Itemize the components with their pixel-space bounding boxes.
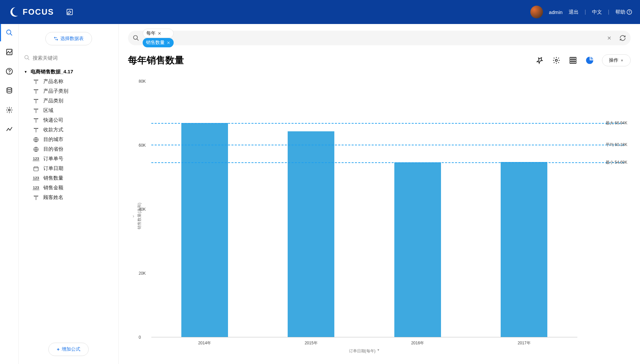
field-item[interactable]: 收款方式 (33, 127, 113, 133)
nav-question-icon[interactable] (5, 67, 13, 75)
field-item[interactable]: 产品名称 (33, 78, 113, 85)
field-item[interactable]: 顾客姓名 (33, 194, 113, 201)
chip-remove-icon[interactable]: ✕ (167, 40, 170, 45)
nav-database-icon[interactable] (5, 87, 13, 95)
pin-icon[interactable] (535, 56, 544, 65)
table-view-icon[interactable] (569, 56, 577, 65)
field-item[interactable]: 目的城市 (33, 136, 113, 143)
query-chip[interactable]: 销售数量✕ (143, 38, 174, 47)
svg-point-14 (555, 59, 557, 61)
chart-view-icon[interactable] (585, 56, 594, 65)
brand-logo[interactable]: FOCUS (8, 7, 54, 17)
actions-button[interactable]: 操作 ▼ (602, 54, 631, 66)
x-tick: 2015年 (258, 340, 365, 346)
sidebar-search-input[interactable] (33, 55, 113, 61)
title-row: 每年销售数量 操作 ▼ (128, 54, 631, 67)
chip-remove-icon[interactable]: ✕ (158, 31, 161, 36)
field-item[interactable]: 快递公司 (33, 117, 113, 123)
x-tick: 2014年 (151, 340, 258, 346)
reference-line-label: 平均 60.18K (606, 142, 627, 148)
y-tick: 80K (139, 79, 146, 84)
field-item[interactable]: 区域 (33, 107, 113, 114)
text-field-icon (33, 118, 39, 123)
refresh-icon[interactable] (619, 35, 626, 41)
y-tick: 0 (139, 335, 141, 340)
main-layout: 选择数据表 ▼ 电商销售数据_4.17 产品名称产品子类别产品类别区域快递公司收… (0, 24, 640, 364)
field-item[interactable]: 123销售金额 (33, 185, 113, 191)
field-label: 销售金额 (43, 185, 63, 191)
field-item[interactable]: 123订单单号 (33, 156, 113, 162)
svg-rect-4 (6, 49, 12, 55)
nav-settings-icon[interactable] (5, 106, 13, 114)
field-item[interactable]: 订单日期 (33, 165, 113, 172)
sidebar-search[interactable] (24, 55, 113, 61)
gear-icon[interactable] (552, 56, 561, 65)
num-field-icon: 123 (33, 176, 39, 181)
bar[interactable] (181, 123, 228, 337)
bar[interactable] (501, 162, 547, 337)
geo-field-icon (33, 137, 39, 142)
field-item[interactable]: 产品类别 (33, 98, 113, 104)
toolbar: 操作 ▼ (535, 54, 631, 66)
svg-text:?: ? (628, 10, 630, 14)
clear-query-icon[interactable]: ✕ (607, 35, 611, 41)
svg-rect-12 (34, 167, 38, 171)
reference-line (151, 145, 624, 145)
search-icon (133, 35, 139, 41)
compose-icon[interactable] (66, 8, 73, 16)
field-list: 产品名称产品子类别产品类别区域快递公司收款方式目的城市目的省份123订单单号订单… (33, 78, 113, 201)
field-item[interactable]: 目的省份 (33, 146, 113, 152)
add-formula-button[interactable]: + 增加公式 (48, 343, 88, 356)
field-label: 收款方式 (43, 127, 63, 133)
table-node[interactable]: ▼ 电商销售数据_4.17 (24, 69, 113, 75)
nav-rail (0, 24, 19, 364)
plot-area: 最大 66.94K平均 60.18K最小 54.69K (151, 81, 577, 337)
x-axis-label[interactable]: 订单日期(每年) ▼ (151, 348, 577, 354)
search-icon (24, 55, 30, 61)
username[interactable]: admin (549, 9, 563, 15)
svg-point-3 (6, 30, 11, 34)
avatar[interactable] (530, 6, 543, 18)
svg-point-8 (8, 109, 10, 111)
svg-point-7 (7, 88, 12, 90)
field-label: 目的省份 (43, 146, 63, 152)
expand-panel-icon[interactable]: › (133, 213, 134, 219)
svg-point-9 (25, 55, 28, 59)
brand-text: FOCUS (23, 7, 54, 17)
help-link[interactable]: 帮助 ? (615, 9, 632, 15)
x-labels: 2014年2015年2016年2017年 (151, 340, 577, 346)
nav-search-icon[interactable] (5, 29, 13, 37)
help-icon: ? (627, 9, 632, 15)
field-item[interactable]: 产品子类别 (33, 88, 113, 94)
caret-down-icon: ▼ (24, 70, 27, 74)
chart: › 销售数量(总和) 最大 66.94K平均 60.18K最小 54.69K 2… (128, 71, 631, 361)
nav-analytics-icon[interactable] (5, 125, 13, 133)
bar[interactable] (394, 162, 441, 337)
lang-link[interactable]: 中文 (592, 9, 602, 15)
field-label: 目的城市 (43, 136, 63, 143)
moon-icon (8, 7, 19, 17)
field-label: 产品类别 (43, 98, 63, 104)
svg-point-13 (134, 36, 138, 40)
y-tick: 40K (139, 207, 146, 212)
date-field-icon (33, 166, 39, 171)
app-header: FOCUS admin 退出 | 中文 | 帮助 ? (0, 0, 640, 24)
sidebar: 选择数据表 ▼ 电商销售数据_4.17 产品名称产品子类别产品类别区域快递公司收… (19, 24, 119, 364)
select-table-button[interactable]: 选择数据表 (45, 32, 92, 45)
field-label: 区域 (43, 107, 53, 114)
header-right: admin 退出 | 中文 | 帮助 ? (530, 6, 632, 18)
reference-line-label: 最大 66.94K (606, 120, 627, 126)
nav-dashboard-icon[interactable] (5, 48, 13, 56)
chevron-down-icon: ▼ (377, 348, 380, 354)
y-axis-label: 销售数量(总和) (137, 203, 142, 229)
query-chip[interactable]: 每年✕ (143, 29, 174, 38)
page-title: 每年销售数量 (128, 54, 184, 67)
field-label: 顾客姓名 (43, 194, 63, 201)
content-area: 每年✕销售数量✕ ✕ 每年销售数量 操作 ▼ › 销售数量(总和) 最大 (119, 24, 640, 364)
field-label: 产品名称 (43, 78, 63, 85)
field-item[interactable]: 123销售数量 (33, 175, 113, 181)
query-bar[interactable]: 每年✕销售数量✕ ✕ (128, 31, 631, 45)
logout-link[interactable]: 退出 (569, 9, 579, 15)
field-label: 订单单号 (43, 156, 63, 162)
text-field-icon (33, 127, 39, 133)
